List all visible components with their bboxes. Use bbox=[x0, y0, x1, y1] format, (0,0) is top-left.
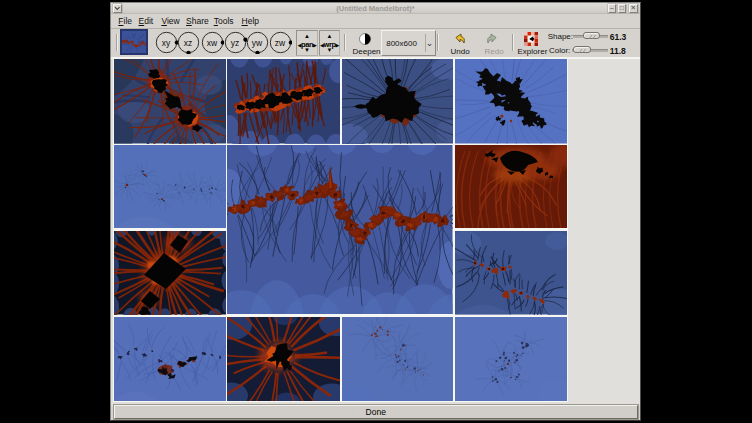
svg-text:zw: zw bbox=[275, 38, 286, 48]
svg-text:yw: yw bbox=[252, 38, 263, 48]
svg-text:yz: yz bbox=[230, 38, 239, 48]
svg-text:xz: xz bbox=[184, 38, 193, 48]
svg-text:xw: xw bbox=[207, 38, 218, 48]
svg-text:xy: xy bbox=[162, 38, 171, 48]
